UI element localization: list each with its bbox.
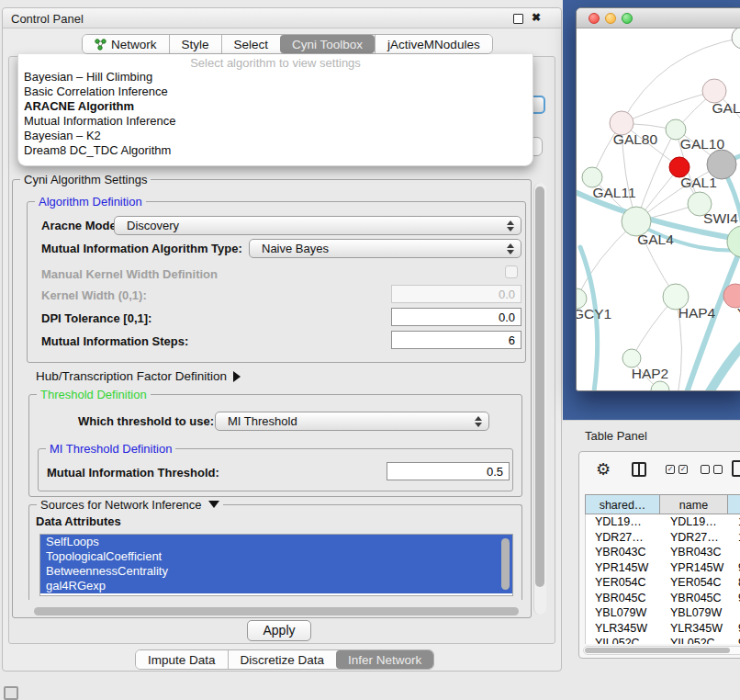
table-cell: YPR145W <box>586 560 661 576</box>
deselect-all-icon[interactable] <box>701 465 723 474</box>
network-icon <box>95 39 107 51</box>
column-header-name[interactable]: name <box>660 494 728 514</box>
table-row[interactable]: YBR043CYBR043C <box>586 545 740 560</box>
zoom-window-icon[interactable] <box>622 13 633 24</box>
algorithm-option-basic-correlation-inference[interactable]: Basic Correlation Inference <box>18 85 533 99</box>
which-threshold-label: Which threshold to use: <box>78 414 214 428</box>
tab-label: Discretize Data <box>241 653 325 667</box>
sources-title[interactable]: Sources for Network Inference <box>37 498 223 512</box>
mi-type-select[interactable]: Naive Bayes <box>249 239 521 258</box>
node-top-node[interactable] <box>732 28 740 49</box>
algorithm-option-bayesian-hill-climbing[interactable]: Bayesian – Hill Climbing <box>18 70 533 85</box>
tab-infer-network[interactable]: Infer Network <box>336 650 433 669</box>
node-bot-node[interactable] <box>651 381 669 390</box>
table-cell: YIL052C <box>586 636 661 644</box>
kernel-width-field[interactable]: 0.0 <box>391 285 521 303</box>
table-cell: 12 <box>729 530 740 546</box>
table-cell: 9. <box>729 636 740 644</box>
expanded-arrow-icon <box>208 501 219 508</box>
horizontal-scrollbar-thumb[interactable] <box>34 607 519 615</box>
table-row[interactable]: YDL19…YDL19…13 <box>586 514 740 530</box>
table-row[interactable]: YLR345WYLR345W9. <box>586 621 740 637</box>
node-label-hap2: HAP2 <box>632 366 669 381</box>
node-label-gal10: GAL10 <box>680 136 725 152</box>
node-label-hap4: HAP4 <box>678 305 716 321</box>
table-row[interactable]: YER054CYER054C8. <box>586 575 740 591</box>
hub-definition-toggle[interactable]: Hub/Transcription Factor Definition <box>36 369 241 383</box>
algorithm-option-dream8-dc-tdc-algorithm[interactable]: Dream8 DC_TDC Algorithm <box>18 143 533 158</box>
tab-select[interactable]: Select <box>221 35 281 53</box>
table-cell: YDL19… <box>661 514 729 530</box>
node-label-gal4: GAL4 <box>637 231 674 247</box>
bottom-tabs: Impute DataDiscretize DataInfer Network <box>135 649 434 670</box>
settings-scrollbar-thumb[interactable] <box>535 186 544 587</box>
tab-network[interactable]: Network <box>83 35 169 53</box>
table-hscrollbar-thumb[interactable] <box>585 648 730 653</box>
close-panel-icon[interactable]: ✖ <box>532 11 541 24</box>
tab-cyni-toolbox[interactable]: Cyni Toolbox <box>280 35 375 53</box>
tab-jactivemnodules[interactable]: jActiveMNodules <box>375 35 492 53</box>
network-canvas[interactable]: GALGAL80GAL10GAL11GAL1SWI4GAL4GCY1HAP4YH… <box>577 28 740 390</box>
aracne-mode-select[interactable]: Discovery <box>114 216 521 235</box>
tab-label: Impute Data <box>148 653 216 667</box>
table-row[interactable]: YBL079WYBL079W <box>586 605 740 621</box>
hub-definition-label: Hub/Transcription Factor Definition <box>36 369 227 383</box>
attribute-item-selfloops[interactable]: SelfLoops <box>40 535 512 549</box>
algorithm-option-aracne-algorithm[interactable]: ARACNE Algorithm <box>18 99 533 114</box>
cyni-settings-title: Cyni Algorithm Settings <box>20 173 151 186</box>
table-cell: YBR043C <box>661 545 729 560</box>
table-cell: YIL052C <box>661 636 729 644</box>
network-graph: GALGAL80GAL10GAL11GAL1SWI4GAL4GCY1HAP4YH… <box>577 28 740 390</box>
apply-button[interactable]: Apply <box>247 620 311 641</box>
tab-style[interactable]: Style <box>169 35 221 53</box>
gear-icon[interactable]: ⚙ <box>596 459 611 479</box>
table-row[interactable]: YBR045CYBR045C9. <box>586 591 740 606</box>
algorithm-option-bayesian-k2[interactable]: Bayesian – K2 <box>18 129 533 143</box>
mi-threshold-field[interactable]: 0.5 <box>387 462 510 480</box>
spinner-arrows-icon <box>507 220 514 232</box>
table-cell: YBL079W <box>661 605 729 621</box>
attribute-item-betweennesscentrality[interactable]: BetweennessCentrality <box>40 564 512 579</box>
table-cell: YBR045C <box>661 591 729 606</box>
document-icon[interactable] <box>732 460 740 477</box>
column-header-hidden[interactable] <box>728 494 740 514</box>
table-row[interactable]: YIL052CYIL052C9. <box>586 636 740 644</box>
table-row[interactable]: YPR145WYPR145W9. <box>586 560 740 576</box>
attribute-item-topologicalcoefficient[interactable]: TopologicalCoefficient <box>40 549 512 564</box>
which-threshold-select[interactable]: MI Threshold <box>215 412 489 431</box>
column-header-shared[interactable]: shared… <box>585 494 660 514</box>
tab-label: Infer Network <box>348 653 421 667</box>
mi-steps-field[interactable]: 6 <box>391 331 521 349</box>
tab-discretize-data[interactable]: Discretize Data <box>228 650 337 669</box>
node-hap2[interactable] <box>622 349 641 367</box>
column-layout-icon[interactable] <box>632 462 646 477</box>
table-cell: 9. <box>729 621 740 637</box>
mi-steps-label: Mutual Information Steps: <box>41 334 188 348</box>
minimized-panel-icon[interactable] <box>4 686 18 700</box>
node-label-gcy1: GCY1 <box>577 306 611 322</box>
float-panel-icon[interactable] <box>513 14 523 24</box>
page: Control Panel ✖ NetworkStyleSelectCyni T… <box>0 0 740 700</box>
table-panel: Table Panel ⚙ ✓✓ shared…name YDL19…YDL19… <box>563 420 740 700</box>
minimize-window-icon[interactable] <box>605 13 616 24</box>
mi-type-value: Naive Bayes <box>262 242 329 255</box>
dpi-tolerance-field[interactable]: 0.0 <box>391 308 521 326</box>
algorithm-option-mutual-information-inference[interactable]: Mutual Information Inference <box>18 114 533 129</box>
data-attributes-label: Data Attributes <box>36 514 121 528</box>
manual-kernel-checkbox[interactable] <box>505 265 518 278</box>
data-attributes-list: SelfLoopsTopologicalCoefficientBetweenne… <box>39 534 513 596</box>
table-row[interactable]: YDR27…YDR27…12 <box>586 530 740 546</box>
select-all-icon[interactable]: ✓✓ <box>666 465 688 474</box>
control-panel-title: Control Panel <box>11 12 84 26</box>
network-edge <box>705 332 740 390</box>
control-panel-tabs: NetworkStyleSelectCyni ToolboxjActiveMNo… <box>82 34 493 54</box>
network-window-titlebar[interactable] <box>577 8 740 28</box>
tab-label: jActiveMNodules <box>387 38 480 51</box>
close-window-icon[interactable] <box>589 13 600 24</box>
list-scrollbar-thumb[interactable] <box>501 538 510 590</box>
node-swi4[interactable] <box>727 226 740 257</box>
tab-impute-data[interactable]: Impute Data <box>136 650 228 669</box>
table-cell: YLR345W <box>661 621 729 637</box>
table-hscrollbar[interactable] <box>583 646 740 655</box>
attribute-item-gal4rgexp[interactable]: gal4RGexp <box>40 579 512 593</box>
